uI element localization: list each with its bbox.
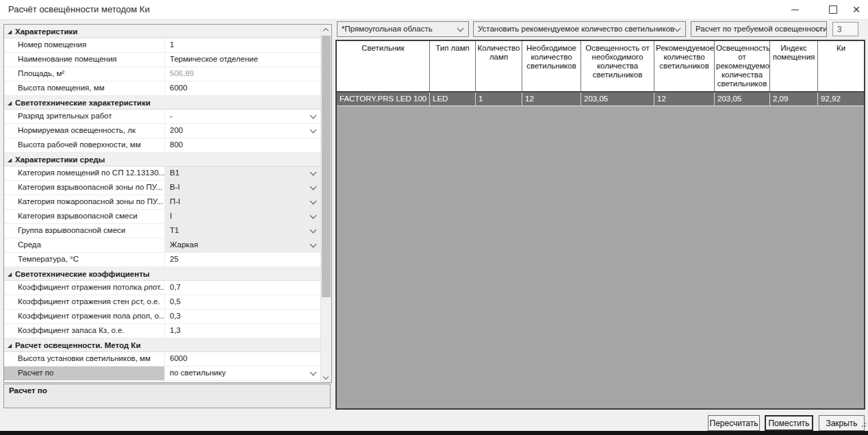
section-title: Светотехнические характеристики xyxy=(15,99,151,107)
scrollbar[interactable] xyxy=(320,25,331,382)
calc-mode-value: Расчет по требуемой освещенности xyxy=(695,25,827,33)
property-value[interactable]: 25 xyxy=(165,253,321,266)
property-label[interactable]: Категория помещений по СП 12.13130... xyxy=(15,166,165,180)
property-row: Высота рабочей поверхности, мм 800 xyxy=(4,138,321,153)
property-dropdown[interactable]: П-I xyxy=(165,195,321,209)
property-dropdown[interactable]: - xyxy=(165,110,321,123)
property-row: Среда Жаркая xyxy=(4,238,321,253)
property-dropdown[interactable]: В-I xyxy=(165,181,321,195)
luminaire-table: Светильник Тип ламп Количество ламп Необ… xyxy=(335,40,865,410)
action-value: Установить рекомендуемое количество свет… xyxy=(478,25,674,33)
property-label[interactable]: Коэффициент запаса Кз, о.е. xyxy=(15,324,165,338)
cell-room-index: 2,09 xyxy=(770,92,818,105)
column-header: Ки xyxy=(818,41,864,91)
property-label[interactable]: Высота установки светильников, мм xyxy=(15,352,165,366)
property-label[interactable]: Группа взрывоопасной смеси xyxy=(15,224,165,238)
property-grid-body: ◢ Характеристики Номер помещения 1 Наиме… xyxy=(4,25,321,382)
property-label[interactable]: Нормируемая освещенность, лк xyxy=(15,124,165,138)
property-row: Коэффициент запаса Кз, о.е. 1,3 xyxy=(4,324,321,338)
minimize-button[interactable] xyxy=(784,2,805,17)
property-row: Разряд зрительных работ - xyxy=(4,110,321,124)
section-header-calc-method-ki[interactable]: ◢ Расчет освещенности. Метод Ки xyxy=(4,338,321,352)
property-label[interactable]: Коэффициент отражения потолка ρпот... xyxy=(15,281,165,295)
cell-lamp-count: 1 xyxy=(476,92,522,105)
property-dropdown[interactable]: I xyxy=(165,210,321,223)
column-header: Рекомендуемое количество светильников xyxy=(654,41,715,91)
chevron-down-icon xyxy=(323,374,329,380)
area-type-combobox[interactable]: *Прямоугольная область xyxy=(337,21,469,37)
property-label[interactable]: Коэффициент отражения пола ρпол, о... xyxy=(15,310,165,323)
section-header-light-characteristics[interactable]: ◢ Светотехнические характеристики xyxy=(4,96,321,110)
property-label[interactable]: Расчет по xyxy=(15,366,165,380)
property-row: Коэффициент отражения пола ρпол, о... 0,… xyxy=(4,310,321,324)
property-label[interactable]: Наименование помещения xyxy=(15,53,165,66)
property-label[interactable]: Высота помещения, мм xyxy=(15,82,165,95)
property-dropdown[interactable]: Жаркая xyxy=(165,238,321,252)
property-row: Высота установки светильников, мм 6000 xyxy=(4,352,321,366)
property-label[interactable]: Категория взрывоопасной смеси xyxy=(15,210,165,223)
scroll-up-button[interactable] xyxy=(322,25,331,35)
section-header-coefficients[interactable]: ◢ Светотехнические коэффициенты xyxy=(4,267,321,281)
column-header: Индекс помещения xyxy=(770,41,818,91)
dialog-window: Расчёт освещённости методом Ки × ◢ Харак… xyxy=(0,0,868,435)
minimize-icon xyxy=(791,10,799,10)
property-value[interactable]: 6000 xyxy=(165,352,321,366)
property-dropdown[interactable]: Т1 xyxy=(165,224,321,238)
property-label[interactable]: Категория взрывоопасной зоны по ПУ... xyxy=(15,181,165,195)
property-row: Температура, °С 25 xyxy=(4,253,321,267)
property-value[interactable]: FACTORY.PRS LED 100 IP54 5000K xyxy=(165,381,321,382)
section-header-characteristics[interactable]: ◢ Характеристики xyxy=(4,25,321,38)
chevron-down-icon xyxy=(674,25,681,32)
property-label[interactable]: Площадь, м² xyxy=(15,67,165,81)
column-header: Освещенность от необходимого количества … xyxy=(581,41,654,91)
count-input[interactable] xyxy=(832,22,858,36)
property-label[interactable]: Разряд зрительных работ xyxy=(15,110,165,123)
column-header: Светильник xyxy=(337,41,430,91)
scrollbar-thumb[interactable] xyxy=(322,36,331,297)
property-row: Коэффициент отражения потолка ρпот... 0,… xyxy=(4,281,321,295)
property-value[interactable]: 1 xyxy=(165,38,321,52)
property-label[interactable]: Категория пожароопасной зоны по ПУ... xyxy=(15,195,165,209)
property-value[interactable]: 6000 xyxy=(165,82,321,95)
section-header-environment[interactable]: ◢ Характеристики среды xyxy=(4,153,321,166)
property-value[interactable]: 800 xyxy=(165,138,321,152)
property-label[interactable]: Температура, °С xyxy=(15,253,165,266)
collapse-triangle-icon: ◢ xyxy=(4,271,15,277)
table-row-selected[interactable]: FACTORY.PRS LED 100 ... LED 1 12 203,05 … xyxy=(337,92,864,105)
section-title: Расчет освещенности. Метод Ки xyxy=(15,341,140,349)
action-combobox[interactable]: Установить рекомендуемое количество свет… xyxy=(473,21,686,37)
scroll-down-button[interactable] xyxy=(322,372,331,382)
section-title: Характеристики xyxy=(15,27,77,36)
property-dropdown[interactable]: 200 xyxy=(165,124,321,138)
close-button[interactable]: × xyxy=(846,2,867,17)
property-value[interactable]: 0,7 xyxy=(165,281,321,295)
place-button[interactable]: Поместить xyxy=(765,415,813,431)
property-row: Коэффициент отражения стен ρст, о.е. 0,5 xyxy=(4,295,321,310)
property-value[interactable]: Термическое отделение xyxy=(165,53,321,66)
column-header: Количество ламп xyxy=(476,41,522,91)
bottom-edge xyxy=(0,431,868,435)
property-dropdown[interactable]: по светильнику xyxy=(165,366,321,380)
maximize-button[interactable] xyxy=(823,2,843,17)
property-value[interactable]: 1,3 xyxy=(165,324,321,338)
column-header: Освещенность от рекомендуемого количеств… xyxy=(715,41,770,91)
property-value[interactable]: 0,5 xyxy=(165,295,321,309)
column-header: Необходимое количество светильников xyxy=(522,41,581,91)
property-label[interactable]: Среда xyxy=(15,238,165,252)
property-grid: ◢ Характеристики Номер помещения 1 Наиме… xyxy=(3,24,332,383)
chevron-up-icon xyxy=(323,28,329,34)
cell-recommended-count: 12 xyxy=(654,92,715,105)
property-label[interactable]: Коэффициент отражения стен ρст, о.е. xyxy=(15,295,165,309)
property-value[interactable]: 0,3 xyxy=(165,310,321,323)
resize-grip[interactable] xyxy=(858,419,867,427)
property-label[interactable]: Номер помещения xyxy=(15,38,165,52)
recalculate-button[interactable]: Пересчитать xyxy=(708,415,760,431)
collapse-triangle-icon: ◢ xyxy=(4,156,15,163)
calc-mode-combobox[interactable]: Расчет по требуемой освещенности xyxy=(691,21,827,37)
close-dialog-button[interactable]: Закрыть xyxy=(819,415,865,431)
property-label[interactable]: Светильник xyxy=(15,381,165,382)
property-dropdown[interactable]: В1 xyxy=(165,166,321,180)
collapse-triangle-icon: ◢ xyxy=(4,28,15,35)
title-bar: Расчёт освещённости методом Ки × xyxy=(0,0,868,20)
property-label[interactable]: Высота рабочей поверхности, мм xyxy=(15,138,165,152)
